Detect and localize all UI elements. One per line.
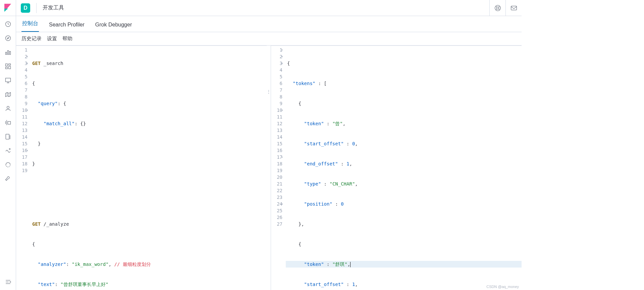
subnav-help[interactable]: 帮助 bbox=[62, 35, 72, 42]
visualize-icon[interactable] bbox=[4, 48, 12, 56]
app-badge[interactable]: D bbox=[21, 3, 30, 13]
kibana-logo-icon bbox=[4, 4, 12, 12]
svg-point-8 bbox=[5, 36, 10, 41]
split-handle[interactable]: ⋮ bbox=[267, 46, 271, 290]
metrics-icon[interactable] bbox=[4, 119, 12, 127]
dashboard-icon[interactable] bbox=[4, 62, 12, 70]
recent-icon[interactable] bbox=[4, 20, 12, 28]
vertical-divider bbox=[36, 3, 37, 13]
canvas-icon[interactable] bbox=[4, 76, 12, 84]
maps-icon[interactable] bbox=[4, 90, 12, 98]
collapse-icon[interactable] bbox=[4, 278, 12, 286]
request-editor[interactable]: 1 2 3 4 5 6 7 8 9 10 11✕ 12 13 14 bbox=[16, 46, 267, 290]
watermark: CSDN @aq_money bbox=[486, 285, 519, 289]
ml-icon[interactable] bbox=[4, 104, 12, 113]
tab-console[interactable]: 控制台 bbox=[21, 16, 39, 32]
tab-search-profiler[interactable]: Search Profiler bbox=[48, 18, 85, 32]
svg-rect-12 bbox=[9, 52, 10, 55]
apm-icon[interactable] bbox=[4, 147, 12, 155]
news-icon[interactable] bbox=[505, 0, 522, 16]
svg-rect-13 bbox=[5, 64, 7, 66]
tab-grok-debugger[interactable]: Grok Debugger bbox=[95, 18, 132, 32]
svg-rect-17 bbox=[5, 78, 10, 82]
compass-icon[interactable] bbox=[4, 34, 12, 42]
svg-rect-15 bbox=[8, 66, 10, 69]
tab-bar: 控制台 Search Profiler Grok Debugger bbox=[16, 16, 522, 32]
request-gutter: 1 2 3 4 5 6 7 8 9 10 11✕ 12 13 14 bbox=[16, 46, 31, 290]
svg-line-2 bbox=[496, 6, 497, 7]
svg-marker-9 bbox=[7, 38, 9, 39]
svg-point-0 bbox=[495, 5, 500, 11]
svg-rect-23 bbox=[8, 122, 10, 124]
devtools-icon[interactable] bbox=[4, 175, 12, 183]
logs-icon[interactable] bbox=[4, 133, 12, 141]
console-subnav: 历史记录 设置 帮助 bbox=[16, 32, 522, 46]
request-code[interactable]: GET _search { "query": { "match_all": {}… bbox=[31, 46, 267, 290]
response-viewer[interactable]: 1 2 3 4 5 6 7 8 9 10 11 12 13 14 bbox=[271, 46, 522, 290]
svg-point-1 bbox=[496, 7, 499, 9]
response-code: { "tokens" : [ { "token" : "曾", "start_o… bbox=[286, 46, 522, 290]
kibana-logo[interactable] bbox=[0, 0, 16, 16]
response-gutter: 1 2 3 4 5 6 7 8 9 10 11 12 13 14 bbox=[271, 46, 286, 290]
subnav-settings[interactable]: 设置 bbox=[47, 35, 57, 42]
svg-rect-11 bbox=[7, 51, 8, 55]
svg-rect-24 bbox=[6, 134, 9, 139]
svg-line-3 bbox=[498, 9, 499, 10]
sidebar bbox=[0, 16, 16, 290]
svg-point-22 bbox=[7, 106, 9, 108]
svg-rect-6 bbox=[511, 6, 517, 10]
svg-rect-10 bbox=[5, 52, 6, 55]
svg-line-4 bbox=[496, 9, 497, 10]
svg-rect-16 bbox=[5, 67, 7, 69]
svg-line-5 bbox=[498, 6, 499, 7]
uptime-icon[interactable] bbox=[4, 161, 12, 169]
svg-point-26 bbox=[9, 148, 10, 149]
topbar: D 开发工具 bbox=[0, 0, 522, 16]
subnav-history[interactable]: 历史记录 bbox=[21, 35, 42, 42]
app-title: 开发工具 bbox=[43, 4, 64, 11]
svg-rect-14 bbox=[8, 64, 10, 65]
help-icon[interactable] bbox=[489, 0, 505, 16]
